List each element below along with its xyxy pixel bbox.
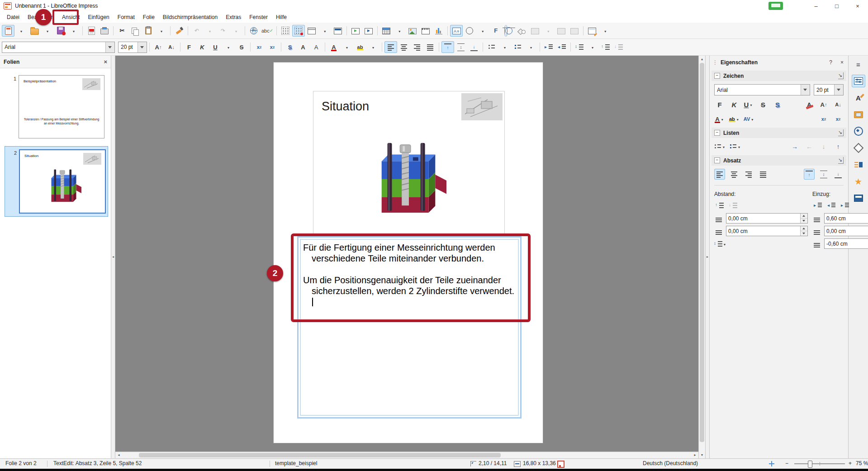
underline-dropdown[interactable] [222,41,235,53]
sidebar-grow-font-button[interactable]: A↑ [818,99,829,110]
section-listen-header[interactable]: − Listen ↘ [711,128,846,138]
menu-hilfe[interactable]: Hilfe [272,13,291,22]
undo-dropdown[interactable] [204,25,216,37]
expand-slide-button[interactable] [568,25,581,37]
underline-button[interactable]: U [209,41,222,53]
highlight-color-dropdown[interactable] [367,41,379,53]
highlight-color-button[interactable]: ab [354,41,366,53]
absatz-dialog-launcher-icon[interactable]: ↘ [838,157,844,164]
minimize-button[interactable]: – [806,0,826,12]
collapse-panel-arrow-icon[interactable]: ◂ [111,255,115,259]
slide-title[interactable]: Situation [322,100,369,114]
demote-button[interactable]: → [789,141,800,152]
sidebar-font-color-button[interactable]: A [714,114,725,124]
align-justify-button[interactable] [424,41,436,53]
dropdown-arrow-icon[interactable] [720,116,725,122]
undo-button[interactable]: ↶ [190,25,203,37]
paste-button[interactable] [142,25,155,37]
menu-extras[interactable]: Extras [222,13,245,22]
scroll-left-arrow-icon[interactable]: ◂ [115,452,122,458]
sidebar-close-button[interactable]: × [840,59,844,66]
insert-table-button[interactable] [380,25,393,37]
slide-layout-dropdown[interactable] [599,25,612,37]
vertical-scrollbar[interactable]: ▴ ▾ [698,56,705,458]
insert-image-button[interactable] [406,25,419,37]
close-button[interactable]: × [847,0,868,12]
font-color-dropdown[interactable] [341,41,353,53]
line-spacing-dropdown[interactable] [586,41,599,53]
save-button[interactable] [54,25,67,37]
spin-up[interactable] [801,226,807,231]
redo-dropdown[interactable] [230,25,242,37]
sidebar-ordered-list-button[interactable] [730,141,741,152]
dropdown-arrow-icon[interactable] [749,101,753,108]
fontwork-button[interactable]: F [489,25,502,37]
menu-einfuegen[interactable]: Einfügen [84,13,113,22]
ordered-list-button[interactable] [512,41,524,53]
increase-paragraph-spacing-button[interactable]: ↑ [599,41,612,53]
sidebar-line-spacing-button[interactable]: ↕ [714,238,727,249]
line-spacing-button[interactable]: ↕ [573,41,586,53]
tab-animation[interactable]: ★ [852,175,865,188]
sidebar-font-size-input[interactable] [814,87,834,93]
sidebar-shadow-button[interactable]: S [772,99,783,110]
sidebar-align-bottom-button[interactable]: ↓ [833,169,844,180]
sidebar-font-name-dropdown[interactable] [801,85,810,95]
dropdown-arrow-icon[interactable] [721,143,726,150]
spacing-above-input[interactable] [726,215,800,222]
align-top-button[interactable]: ↑ [441,41,454,53]
menu-bildschirmpraesentation[interactable]: Bildschirmpräsentation [159,13,222,22]
print-button[interactable] [98,25,111,37]
dropdown-arrow-icon[interactable] [735,116,740,122]
indent-after-field[interactable] [824,226,868,236]
decrease-paragraph-spacing-button[interactable]: ↓ [612,41,625,53]
collapse-icon[interactable]: − [714,130,720,136]
sidebar-bold-button[interactable]: F [714,99,725,110]
status-language[interactable]: Deutsch (Deutschland) [643,460,698,466]
collapse-icon[interactable]: − [714,73,720,79]
horizontal-scrollbar-thumb[interactable] [139,453,501,457]
unordered-list-dropdown[interactable] [498,41,511,53]
scroll-right-arrow-icon[interactable]: ▸ [692,452,698,458]
zoom-level[interactable]: 75 % [856,460,868,466]
open-dropdown[interactable] [41,25,54,37]
zoom-in-button[interactable]: + [849,460,852,466]
table-dropdown[interactable] [393,25,406,37]
slide-layout-button[interactable] [586,25,598,37]
section-zeichen-header[interactable]: − Zeichen ↘ [711,71,846,81]
dropdown-arrow-icon[interactable] [722,241,727,247]
sidebar-highlight-button[interactable]: ab [729,114,740,124]
sidebar-char-spacing-button[interactable]: AV [744,114,754,124]
indent-after-input[interactable] [825,228,868,234]
first-line-indent-field[interactable] [824,238,868,249]
sidebar-font-size-dropdown[interactable] [834,85,843,95]
spin-down[interactable] [801,231,807,236]
slide-editing-area[interactable]: Situation [274,62,543,443]
spacing-below-input[interactable] [726,228,800,234]
grow-font-button[interactable]: A↑ [152,41,165,53]
collapse-icon[interactable]: − [714,157,720,163]
decrease-indent-button-sidebar[interactable]: ◂ [826,200,837,211]
spacing-below-spinner[interactable] [800,226,807,236]
dropdown-arrow-icon[interactable] [750,116,754,122]
unsaved-changes-icon[interactable] [557,461,564,468]
increase-indent-button[interactable]: ▸ [542,41,555,53]
section-absatz-header[interactable]: − Absatz ↘ [711,155,846,166]
tab-navigator[interactable] [852,125,865,138]
sidebar-font-size-combobox[interactable] [814,84,844,95]
sidebar-align-left-button[interactable] [714,169,725,180]
sidebar-align-right-button[interactable] [743,169,754,180]
redo-button[interactable]: ↷ [217,25,229,37]
open-button[interactable] [28,25,41,37]
align-right-button[interactable] [411,41,423,53]
clear-formatting-button[interactable]: A [804,99,815,110]
superscript-button[interactable]: x2 [253,41,266,53]
first-line-indent-input[interactable] [825,241,868,247]
center-vertically-button[interactable]: ↕ [455,41,467,53]
sidebar-shrink-font-button[interactable]: A↓ [833,99,844,110]
find-replace-button[interactable]: a [247,25,260,37]
slide-2-thumbnail[interactable]: Situation [19,149,106,214]
shrink-font-button[interactable]: A↓ [165,41,178,53]
dropdown-arrow-icon[interactable] [737,143,741,150]
shadow-button[interactable]: S [284,41,296,53]
